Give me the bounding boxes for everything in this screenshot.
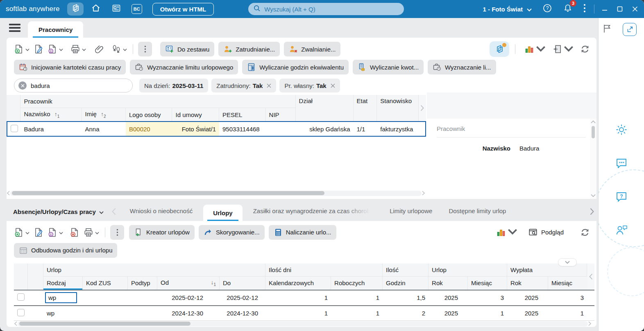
group-header-ilosc[interactable]: Ilość (383, 263, 429, 277)
vacation-info-button[interactable] (48, 227, 63, 237)
cell-godzin[interactable]: 1,5 (383, 290, 429, 305)
cell-stanowisko[interactable]: fakturzystka (377, 121, 418, 137)
filter-chip-zatrudniony[interactable]: Zatrudniony: Tak (211, 79, 276, 92)
company-selector[interactable]: 1 - Foto Świat (483, 6, 532, 13)
cell-podtyp[interactable] (128, 305, 157, 321)
group-header-ilosc-dni[interactable]: Ilość dni (265, 263, 383, 277)
column-header-wyplata-rok[interactable]: Rok (507, 277, 548, 290)
cell-wyplata-miesiac[interactable]: 1 (548, 305, 587, 321)
cell-godzin[interactable]: 2 (383, 305, 429, 321)
expand-columns-icon[interactable] (419, 105, 426, 111)
cell-urlop-rok[interactable]: 2025 (429, 305, 468, 321)
clear-search-icon[interactable] (18, 81, 27, 90)
more-actions-button[interactable] (138, 42, 152, 56)
column-header-kalendarzowych[interactable]: Kalendarzowych (265, 277, 331, 290)
cell-od[interactable]: 2024-12-30 (157, 305, 220, 321)
cell-kalendarzowych[interactable]: 1 (265, 305, 331, 321)
employee-row[interactable]: Badura Anna B00020 Foto Świat/1 95033114… (7, 121, 426, 137)
column-header-wyplata-miesiac[interactable]: Miesiąc (548, 277, 587, 290)
wyznaczanie-limitu-button[interactable]: Wyznaczanie limitu urlopowego (130, 60, 238, 74)
employees-h-scrollbar[interactable] (7, 190, 425, 196)
remove-filter-icon[interactable] (267, 83, 271, 88)
cell-id-umowy[interactable]: Foto Świat/1 (172, 121, 219, 137)
column-header-id-umowy[interactable]: Id umowy (172, 108, 219, 121)
podglad-button[interactable]: Podgląd (528, 227, 564, 237)
skorygowanie-button[interactable]: Skorygowanie... (199, 225, 265, 240)
delete-vacation-button[interactable] (70, 227, 79, 237)
cell-kod-zus[interactable] (83, 290, 128, 305)
cell-wyplata-miesiac[interactable]: 3 (548, 290, 587, 305)
employee-search[interactable] (14, 79, 133, 92)
print-button[interactable] (70, 44, 86, 54)
column-header-logo-osoby[interactable]: Logo osoby (126, 108, 172, 121)
cell-podtyp[interactable] (128, 290, 157, 305)
naliczanie-button[interactable]: Naliczanie urlo... (269, 225, 336, 240)
global-search[interactable] (248, 3, 404, 15)
home-button[interactable] (88, 2, 104, 16)
remove-filter-icon[interactable] (331, 83, 335, 88)
cell-roboczych[interactable]: 1 (331, 305, 383, 321)
cell-pesel[interactable]: 95033114468 (219, 121, 266, 137)
menu-button[interactable] (9, 22, 20, 34)
tabs-scroll-right-icon[interactable] (590, 208, 594, 215)
chevron-down-icon[interactable] (25, 229, 29, 236)
more-menu-button[interactable] (583, 4, 586, 14)
cell-urlop-rok[interactable]: 2025 (429, 290, 468, 305)
filter-chip-na-dzien[interactable]: Na dzień: 2025-03-11 (139, 79, 208, 92)
chevron-down-icon[interactable] (508, 227, 517, 238)
chevron-down-icon[interactable] (123, 45, 127, 53)
tab-urlopy[interactable]: Urlopy (203, 205, 243, 221)
chevron-down-icon[interactable] (564, 44, 574, 55)
help-chat-button[interactable]: ? (615, 190, 628, 205)
row-checkbox[interactable] (17, 293, 25, 301)
column-header-imie[interactable]: Imię ↑2 (82, 108, 125, 121)
help-button[interactable]: ? (542, 3, 552, 15)
inicjowanie-button[interactable]: Inicjowanie kartoteki czasu pracy (14, 60, 126, 74)
group-header-pracownik[interactable]: Pracownik (20, 95, 295, 108)
column-header-dzial[interactable]: Dział (296, 95, 354, 121)
employee-search-input[interactable] (31, 82, 128, 89)
cell-urlop-miesiac[interactable]: 1 (468, 305, 507, 321)
zwalnianie-button[interactable]: Zwalnianie... (284, 42, 340, 56)
close-button[interactable] (629, 3, 641, 15)
cell-do[interactable]: 2025-02-12 (220, 290, 265, 305)
column-header-rodzaj[interactable]: Rodzaj (43, 277, 83, 290)
vacations-h-scrollbar[interactable] (14, 321, 592, 327)
global-search-input[interactable] (264, 6, 399, 13)
zatrudnianie-button[interactable]: Zatrudnianie... (218, 42, 280, 56)
column-header-stanowisko[interactable]: Stanowisko (377, 95, 418, 121)
chevron-down-icon[interactable] (59, 45, 63, 53)
cell-wyplata-rok[interactable]: 2025 (507, 290, 548, 305)
cell-dzial[interactable]: sklep Gdańska (296, 121, 354, 137)
kreator-urlopow-button[interactable]: Kreator urlopów (129, 225, 195, 240)
column-header-roboczych[interactable]: Roboczych (331, 277, 383, 290)
cell-urlop-miesiac[interactable]: 3 (468, 290, 507, 305)
chevron-down-icon[interactable] (59, 229, 63, 236)
cell-etat[interactable]: 1/1 (354, 121, 377, 137)
refresh-button[interactable] (580, 44, 590, 54)
edit-vacation-button[interactable] (34, 227, 43, 237)
column-header-podtyp[interactable]: Podtyp (128, 277, 157, 290)
maximize-button[interactable] (614, 3, 626, 15)
cell-rodzaj-focused[interactable]: wp (45, 292, 77, 303)
column-header-pesel[interactable]: PESEL (219, 108, 266, 121)
bc-button[interactable]: BC (129, 2, 145, 16)
column-header-kod-zus[interactable]: Kod ZUS (83, 277, 128, 290)
cell-roboczych[interactable]: 1 (331, 290, 383, 305)
dock-panel-button[interactable] (602, 23, 612, 36)
attachments-button[interactable] (94, 44, 104, 54)
row-checkbox[interactable] (17, 309, 25, 316)
collapse-columns-icon[interactable] (587, 273, 594, 280)
column-header-nip[interactable]: NIP (266, 108, 296, 121)
column-header-od[interactable]: Od ↓1 (157, 277, 220, 290)
column-header-do[interactable]: Do (220, 277, 265, 290)
odbudowa-button[interactable]: Odbudowa godzin i dni urlopu (14, 243, 117, 258)
cell-kalendarzowych[interactable]: 1 (265, 290, 331, 305)
wyliczanie-kwot-button[interactable]: Wyliczanie kwot... (353, 60, 424, 74)
cell-logo-osoby[interactable]: B00020 (126, 121, 172, 137)
refresh-vacations-button[interactable] (580, 227, 590, 237)
filter-chip-pr-wlasny[interactable]: Pr. własny: Tak (279, 79, 340, 92)
vacation-row[interactable]: wp 2025-02-12 2025-02-12 1 1 1,5 2025 3 (14, 290, 594, 305)
do-zestawu-button[interactable]: Do zestawu (160, 42, 214, 56)
minimize-button[interactable] (599, 3, 611, 15)
